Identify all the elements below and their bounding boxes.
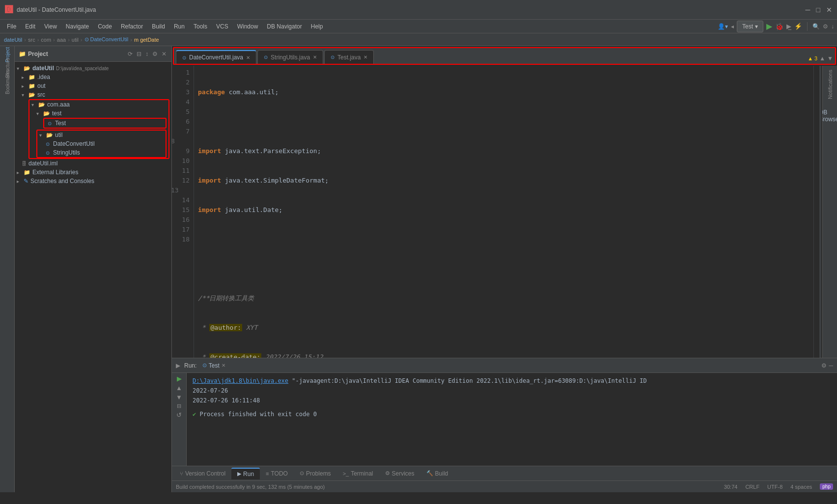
status-encoding[interactable]: UTF-8 (767, 484, 782, 490)
tab-label-run: Run (243, 471, 254, 477)
close-button[interactable]: ✕ (826, 6, 832, 14)
run-button[interactable]: ▶ (766, 22, 772, 31)
settings-icon[interactable]: ⚙ (151, 50, 159, 58)
tree-item-src[interactable]: ▾ 📂 src (15, 90, 171, 99)
warning-indicator: ▲ 3 (808, 55, 817, 61)
scroll-up-icon[interactable]: ▲ (819, 55, 825, 62)
settings-button[interactable]: ⚙ (823, 23, 828, 30)
right-gutter[interactable] (813, 66, 822, 358)
window-controls[interactable]: ─ □ ✕ (806, 6, 832, 14)
menu-tools[interactable]: Tools (190, 22, 211, 31)
tree-item-idea[interactable]: ▸ 📁 .idea (15, 73, 171, 81)
run-play-icon[interactable]: ▶ (177, 375, 182, 382)
minimize-button[interactable]: ─ (806, 6, 810, 14)
vcs-update-icon[interactable]: 👤▾ (718, 23, 728, 30)
tab-java-icon-3: ⊙ (331, 54, 335, 60)
tree-label-test: Test (55, 120, 66, 127)
tree-item-out[interactable]: ▸ 📁 out (15, 81, 171, 90)
tree-item-test-java[interactable]: ⊙ Test (44, 119, 166, 128)
tree-item-scratches[interactable]: ▸ ✎ Scratches and Consoles (15, 177, 171, 186)
tree-item-comaaa[interactable]: ▾ 📂 com.aaa (29, 100, 168, 109)
breadcrumb-dateutil[interactable]: dateUtil (4, 37, 22, 43)
debug-button[interactable]: 🐞 (775, 23, 783, 30)
coverage-button[interactable]: ▶̲ (786, 23, 791, 30)
code-line-2 (198, 117, 809, 127)
menu-dbnavigator[interactable]: DB Navigator (263, 22, 306, 31)
menu-vcs[interactable]: VCS (212, 22, 232, 31)
tree-item-stringutils[interactable]: ⊙ StringUtils (37, 148, 166, 157)
tree-item-iml[interactable]: 🗄 dateUtil.iml (15, 159, 171, 168)
run-output-1: 2022-07-26 (193, 386, 831, 396)
tab-terminal[interactable]: >_ Terminal (337, 468, 379, 479)
status-lang-badge[interactable]: php (820, 483, 833, 490)
tab-services[interactable]: ⚙ Services (379, 468, 420, 479)
tab-problems[interactable]: ⊙ Problems (294, 468, 337, 479)
menu-code[interactable]: Code (94, 22, 116, 31)
breadcrumb-src[interactable]: src (28, 37, 35, 43)
close-panel-icon[interactable]: ✕ (161, 50, 167, 58)
menu-run[interactable]: Run (170, 22, 189, 31)
tab-close-1[interactable]: ✕ (246, 55, 250, 60)
tab-version-control[interactable]: ⑂ Version Control (174, 468, 231, 479)
notifications-label[interactable]: Notifications (827, 70, 833, 99)
run-up-icon[interactable]: ▲ (176, 384, 182, 392)
tree-item-test-folder[interactable]: ▾ 📂 test (29, 109, 168, 118)
run-settings-icon[interactable]: ⚙ (821, 362, 827, 369)
breadcrumb-aaa[interactable]: aaa (57, 37, 66, 43)
code-content[interactable]: package com.aaa.util; import java.text.P… (194, 66, 813, 358)
tab-test[interactable]: ⊙ Test.java ✕ (324, 50, 374, 64)
profile-button[interactable]: ⚡ (794, 23, 802, 30)
update-button[interactable]: ↓ (831, 23, 834, 30)
tab-label-3: Test.java (337, 54, 361, 61)
menu-help[interactable]: Help (307, 22, 327, 31)
menu-window[interactable]: Window (233, 22, 262, 31)
run-minimize-icon[interactable]: ─ (829, 362, 833, 369)
scroll-down-icon[interactable]: ▼ (827, 55, 833, 62)
tab-run[interactable]: ▶ Run (231, 468, 260, 479)
collapse-all-icon[interactable]: ⊟ (136, 50, 142, 58)
menu-edit[interactable]: Edit (21, 22, 39, 31)
status-position[interactable]: 30:74 (724, 484, 738, 490)
breadcrumb-util[interactable]: util (72, 37, 79, 43)
scrollbar[interactable] (819, 66, 821, 358)
version-control-icon: ⑂ (180, 471, 183, 477)
run-rerun-icon[interactable]: ↺ (176, 411, 182, 419)
menu-navigate[interactable]: Navigate (62, 22, 93, 31)
maximize-button[interactable]: □ (816, 6, 820, 14)
menu-refactor[interactable]: Refactor (117, 22, 147, 31)
status-linesep[interactable]: CRLF (745, 484, 759, 490)
tab-todo[interactable]: ≡ TODO (260, 468, 294, 479)
tab-close-3[interactable]: ✕ (363, 54, 367, 60)
tab-dateconvertutil[interactable]: ⊙ DateConvertUtil.java ✕ (176, 50, 256, 64)
breadcrumb-com[interactable]: com (41, 37, 51, 43)
tree-item-external[interactable]: ▸ 📁 External Libraries (15, 168, 171, 177)
tree-item-dateutil[interactable]: ▾ 📂 dateUtil D:\java\idea_space\date (15, 64, 171, 73)
run-tab-close[interactable]: ✕ (222, 363, 225, 368)
run-down-icon[interactable]: ▼ (176, 394, 182, 401)
status-indent[interactable]: 4 spaces (790, 484, 812, 490)
back-button[interactable]: ◂ (731, 23, 734, 30)
menu-view[interactable]: View (40, 22, 61, 31)
tree-item-dateconvertutil[interactable]: ⊙ DateConvertUtil (37, 139, 166, 148)
exit-icon: ✔ (193, 411, 196, 418)
tab-build[interactable]: 🔨 Build (420, 468, 454, 479)
menu-file[interactable]: File (3, 22, 20, 31)
tab-stringutils[interactable]: ⊙ StringUtils.java ✕ (257, 50, 323, 64)
run-command[interactable]: D:\Java\jdk1.8\bin\java.exe (193, 377, 288, 384)
sync-files-icon[interactable]: ⟳ (127, 50, 134, 58)
menu-build[interactable]: Build (148, 22, 169, 31)
bookmarks-icon[interactable]: Bookmarks (1, 76, 14, 88)
run-config-arrow[interactable]: ▾ (755, 23, 758, 30)
breadcrumb-method[interactable]: m getDate (134, 37, 159, 43)
tree-label-test-folder: test (52, 110, 61, 117)
search-everywhere-button[interactable]: 🔍 (812, 23, 820, 30)
run-command-line: D:\Java\jdk1.8\bin\java.exe "-javaagent:… (193, 376, 831, 386)
tab-close-2[interactable]: ✕ (313, 54, 317, 60)
breadcrumb-class[interactable]: ⊙ DateConvertUtil (84, 36, 129, 43)
sort-icon[interactable]: ↕ (144, 50, 149, 58)
run-filter-icon[interactable]: ⊟ (177, 403, 181, 409)
run-config-button[interactable]: Test ▾ (737, 21, 763, 32)
tree-item-util-folder[interactable]: ▾ 📂 util (37, 131, 166, 139)
tree-label-stringutils: StringUtils (53, 149, 80, 156)
toolbar-separator (807, 22, 808, 31)
